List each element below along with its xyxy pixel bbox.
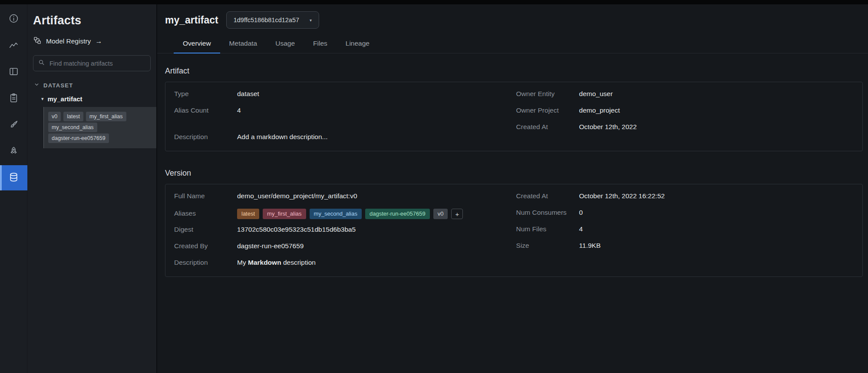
- tab-files[interactable]: Files: [304, 34, 337, 53]
- field-label: Owner Project: [516, 107, 579, 114]
- artifact-panel-left-column: Type dataset Alias Count 4 Description A…: [174, 90, 499, 143]
- caret-down-icon: ▾: [41, 96, 44, 102]
- version-description-value[interactable]: My Markdown description: [237, 259, 316, 266]
- field-label: Num Consumers: [516, 209, 579, 216]
- field-value: 11.9KB: [579, 242, 601, 250]
- artifact-header: my_artifact 1d9ffc5186b81cd12a57 ▾: [157, 11, 868, 29]
- add-alias-button[interactable]: +: [451, 209, 463, 219]
- field-value: 0: [579, 209, 583, 216]
- rail-item-workspace[interactable]: [0, 59, 27, 86]
- model-registry-icon: [33, 36, 42, 47]
- field-row-version-created-at: Created At October 12th, 2022 16:22:52: [516, 192, 854, 202]
- description-bold-text: Markdown: [248, 259, 281, 266]
- field-label: Full Name: [174, 192, 237, 200]
- reports-icon: [8, 93, 19, 105]
- description-text: description: [281, 259, 316, 266]
- search-input[interactable]: [49, 60, 146, 67]
- version-panel-right-column: Created At October 12th, 2022 16:22:52 N…: [516, 192, 854, 269]
- overview-tab-content: Artifact Type dataset Alias Count 4 Desc…: [157, 67, 868, 277]
- tree-artifact-label: my_artifact: [48, 95, 83, 103]
- field-label: Digest: [174, 226, 237, 233]
- field-value: October 12th, 2022: [579, 123, 637, 131]
- info-icon: [8, 13, 19, 26]
- field-row-num-consumers: Num Consumers 0: [516, 209, 854, 219]
- version-tag-my-first-alias: my_first_alias: [86, 112, 126, 121]
- field-value: 4: [579, 225, 583, 233]
- arrow-right-icon: →: [95, 37, 102, 45]
- field-row-created-by: Created By dagster-run-ee057659: [174, 242, 499, 252]
- rail-item-artifacts[interactable]: [0, 165, 27, 190]
- artifact-section-heading: Artifact: [165, 67, 863, 76]
- description-text: My: [237, 259, 248, 266]
- rail-item-sweeps[interactable]: [0, 112, 27, 139]
- field-row-aliases: Aliases latest my_first_alias my_second_…: [174, 209, 499, 219]
- rail-item-charts[interactable]: [0, 33, 27, 59]
- chevron-down-icon: [34, 82, 40, 89]
- version-tag-v0: v0: [48, 112, 61, 121]
- field-label: Alias Count: [174, 107, 237, 114]
- field-value: October 12th, 2022 16:22:52: [579, 192, 665, 200]
- rail-item-reports[interactable]: [0, 86, 27, 112]
- digest-value: 13702c580c03e95323c51db15d6b3ba5: [237, 226, 356, 233]
- chevron-down-icon: ▾: [310, 18, 312, 23]
- field-row-owner-project: Owner Project demo_project: [516, 107, 854, 117]
- field-row-owner-entity: Owner Entity demo_user: [516, 90, 854, 100]
- field-label: Type: [174, 90, 237, 98]
- field-label: Num Files: [516, 225, 579, 233]
- alias-chip-my-second-alias[interactable]: my_second_alias: [310, 209, 362, 219]
- version-tag-line: v0 latest my_first_alias: [48, 112, 152, 121]
- alias-chip-list: latest my_first_alias my_second_alias da…: [237, 209, 463, 219]
- sweeps-brush-icon: [8, 119, 19, 132]
- field-label: Created At: [516, 192, 579, 200]
- field-value: dataset: [237, 90, 259, 98]
- alias-chip-v0[interactable]: v0: [433, 209, 448, 219]
- field-row-version-description: Description My Markdown description: [174, 259, 499, 269]
- tab-lineage[interactable]: Lineage: [337, 34, 379, 53]
- field-label: Aliases: [174, 210, 237, 217]
- tab-overview[interactable]: Overview: [174, 34, 220, 53]
- model-registry-link[interactable]: Model Registry →: [33, 36, 151, 47]
- window-top-strip: [0, 0, 868, 4]
- field-row-alias-count: Alias Count 4: [174, 107, 499, 117]
- tree-section-dataset[interactable]: DATASET: [33, 82, 151, 89]
- app-root: Artifacts Model Registry → DATASET ▾: [0, 0, 868, 373]
- search-icon: [38, 59, 45, 68]
- nav-rail: [0, 0, 27, 373]
- field-value: 4: [237, 107, 241, 114]
- tab-usage[interactable]: Usage: [266, 34, 304, 53]
- field-row-created-at: Created At October 12th, 2022: [516, 123, 854, 133]
- description-placeholder[interactable]: Add a markdown description...: [237, 133, 328, 141]
- field-label: Created By: [174, 242, 237, 250]
- owner-entity-link[interactable]: demo_user: [579, 90, 613, 98]
- version-id-value: 1d9ffc5186b81cd12a57: [234, 17, 299, 23]
- tab-metadata[interactable]: Metadata: [220, 34, 267, 53]
- tree-version-item-selected[interactable]: v0 latest my_first_alias my_second_alias…: [43, 107, 156, 148]
- created-by-run-link[interactable]: dagster-run-ee057659: [237, 242, 304, 250]
- field-label: Created At: [516, 123, 579, 131]
- version-tag-line: dagster-run-ee057659: [48, 133, 152, 143]
- field-label: Owner Entity: [516, 90, 579, 98]
- alias-chip-dagster-run[interactable]: dagster-run-ee057659: [365, 209, 430, 219]
- owner-project-link[interactable]: demo_project: [579, 107, 620, 114]
- field-row-type: Type dataset: [174, 90, 499, 100]
- field-row-full-name: Full Name demo_user/demo_project/my_arti…: [174, 192, 499, 202]
- launch-rocket-icon: [8, 146, 19, 158]
- alias-chip-latest[interactable]: latest: [237, 209, 259, 219]
- version-select-dropdown[interactable]: 1d9ffc5186b81cd12a57 ▾: [226, 11, 319, 29]
- tree-item-my-artifact[interactable]: ▾ my_artifact: [33, 95, 151, 103]
- main-content: my_artifact 1d9ffc5186b81cd12a57 ▾ Overv…: [156, 0, 868, 373]
- alias-chip-my-first-alias[interactable]: my_first_alias: [263, 209, 306, 219]
- field-row-digest: Digest 13702c580c03e95323c51db15d6b3ba5: [174, 226, 499, 236]
- artifacts-database-icon: [8, 172, 19, 184]
- field-label: Description: [174, 259, 237, 266]
- tab-bar: Overview Metadata Usage Files Lineage: [157, 34, 868, 53]
- version-tag-latest: latest: [63, 112, 83, 121]
- tree-section-label: DATASET: [43, 82, 73, 89]
- rail-item-info[interactable]: [0, 6, 27, 33]
- version-panel-left-column: Full Name demo_user/demo_project/my_arti…: [174, 192, 499, 269]
- sidebar-title: Artifacts: [33, 14, 151, 27]
- artifact-tree: DATASET ▾ my_artifact v0 latest my_first…: [33, 82, 151, 148]
- rail-item-launch[interactable]: [0, 139, 27, 165]
- version-section-heading: Version: [165, 169, 863, 178]
- artifact-search-box[interactable]: [33, 55, 151, 71]
